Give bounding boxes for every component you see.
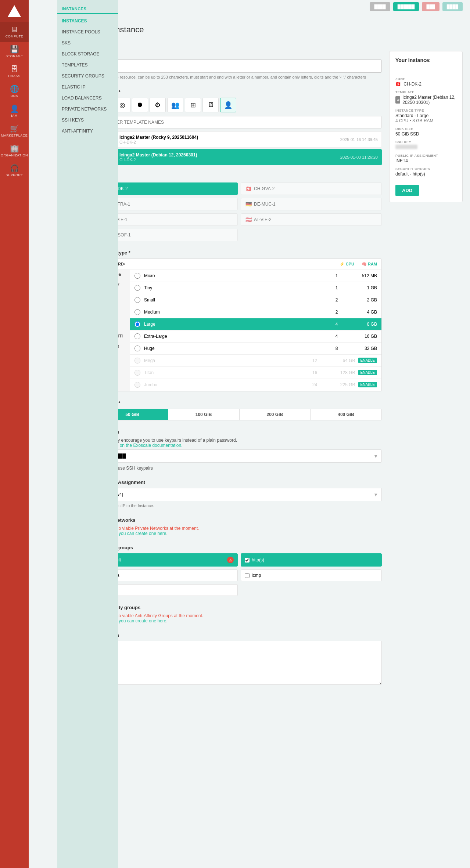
app-logo[interactable] [0, 0, 29, 22]
topbar-btn-2[interactable]: ██████ [393, 2, 419, 11]
instance-row-small[interactable]: Small 2 2 GB [130, 294, 381, 306]
no-keypairs-label[interactable]: Do not use SSH keypairs [97, 466, 382, 471]
sidebar-item-sks[interactable]: SKS [57, 37, 118, 48]
instance-table: ⚡ CPU 🧠 RAM Micro 1 512 MB Tiny 1 [130, 259, 381, 391]
enable-badge-mega[interactable]: ENABLE [358, 358, 377, 363]
sidebar-item-templates[interactable]: TEMPLATES [57, 59, 118, 70]
instance-radio-micro[interactable] [134, 273, 140, 279]
enable-badge-jumbo[interactable]: ENABLE [358, 382, 377, 387]
ic-zone-row: ZONE 🇨🇭 CH-DK-2 [395, 77, 456, 87]
instance-row-xl[interactable]: Extra-Large 4 16 GB [130, 330, 381, 343]
instance-name-tiny: Tiny [144, 285, 326, 290]
ic-pip-value: INET4 [395, 158, 456, 163]
instance-card: Your Instance: — ZONE 🇨🇭 CH-DK-2 TEMPLAT… [389, 51, 463, 202]
sidebar-item-block-storage[interactable]: BLOCK STORAGE [57, 48, 118, 59]
ic-type-value: Standard - Large [395, 113, 456, 118]
instance-radio-xl[interactable] [134, 333, 140, 339]
disk-200[interactable]: 200 GiB [240, 409, 311, 420]
ic-type-row: INSTANCE TYPE Standard - Large 4 CPU • 8… [395, 109, 456, 123]
instance-radio-tiny[interactable] [134, 285, 140, 291]
instance-row-micro[interactable]: Micro 1 512 MB [130, 270, 381, 282]
zone-ch-gva-2[interactable]: 🇨🇭 CH-GVA-2 [241, 182, 382, 195]
sidebar-item-storage[interactable]: 💾 STORAGE [0, 42, 29, 62]
instance-radio-small[interactable] [134, 297, 140, 303]
template-search-input[interactable] [97, 116, 382, 129]
sidebar-item-load-balancers[interactable]: LOAD BALANCERS [57, 93, 118, 104]
cpu-header: ⚡ CPU [340, 262, 354, 267]
sg-icmp-checkbox[interactable] [245, 573, 250, 578]
sidebar-item-instance-pools[interactable]: INSTANCE POOLS [57, 26, 118, 37]
template-icon-btn-2[interactable]: ⏺ [132, 98, 148, 112]
instance-row-large[interactable]: Large 4 8 GB [130, 318, 381, 330]
instance-ram-huge: 32 GB [348, 346, 377, 351]
dns-icon: 🌐 [10, 85, 19, 93]
instance-table-header: ⚡ CPU 🧠 RAM [130, 259, 381, 270]
topbar-btn-4[interactable]: ████ [442, 2, 463, 11]
sidebar-item-dns[interactable]: 🌐 DNS [0, 82, 29, 101]
instance-ram-titan: 128 GB [326, 370, 355, 375]
name-section: Name Name of the resource, can be up to … [97, 51, 382, 80]
sg-icmp[interactable]: icmp [241, 569, 382, 581]
instance-cpu-medium: 2 [326, 310, 348, 315]
instance-type-label: Instance type * [97, 250, 382, 256]
public-ip-select[interactable]: inet4 (IPv4) [97, 488, 382, 501]
template-icon-btn-4[interactable]: 👥 [167, 98, 183, 112]
name-input[interactable] [97, 59, 382, 73]
instance-radio-large[interactable] [134, 321, 140, 327]
sidebar-item-support[interactable]: 🎧 SUPPORT [0, 161, 29, 181]
instance-row-medium[interactable]: Medium 2 4 GB [130, 306, 381, 318]
topbar-btn-3[interactable]: ███ [422, 2, 439, 11]
ic-ssh-value [395, 145, 456, 150]
disk-100[interactable]: 100 GiB [168, 409, 240, 420]
anti-affinity-create-link[interactable]: you can create one here [119, 618, 166, 623]
sidebar-item-private-networks[interactable]: PRIVATE NETWORKS [57, 104, 118, 115]
name-hint: Name of the resource, can be up to 253 c… [97, 74, 382, 80]
template-row-1[interactable]: CH Icinga2 Master (Debian 12, 20250301) … [97, 149, 382, 165]
template-icon-btn-6[interactable]: 🖥 [202, 98, 219, 112]
sidebar-item-dbaas[interactable]: 🗄 DBAAS [0, 62, 29, 82]
instance-radio-jumbo [134, 382, 140, 388]
sidebar-item-anti-affinity[interactable]: ANTI-AFFINITY [57, 126, 118, 137]
sidebar-item-organization[interactable]: 🏢 ORGANIZATION [0, 141, 29, 161]
enable-badge-titan[interactable]: ENABLE [358, 370, 377, 375]
ic-template-value: Icinga2 Master (Debian 12, 20250 10301) [402, 95, 456, 105]
user-data-textarea[interactable] [97, 641, 382, 685]
instance-radio-medium[interactable] [134, 309, 140, 315]
sidebar-item-elastic-ip[interactable]: ELASTIC IP [57, 82, 118, 93]
zone-section: Zone 🇨🇭 CH-DK-2 🇨🇭 CH-GVA-2 🇩🇪 DE-FRA-1 [97, 174, 382, 241]
ssh-key-select[interactable]: ████████ [97, 449, 382, 463]
sidebar-item-marketplace[interactable]: 🛒 MARKETPLACE [0, 121, 29, 141]
sidebar-item-compute[interactable]: 🖥 COMPUTE [0, 22, 29, 42]
ic-disk-row: DISK SIZE 50 GiB SSD [395, 127, 456, 137]
template-icon-btn-3[interactable]: ⚙ [150, 98, 166, 112]
sidebar-item-security-groups[interactable]: SECURITY GROUPS [57, 70, 118, 82]
instance-row-jumbo[interactable]: Jumbo 24 225 GB ENABLE [130, 379, 381, 391]
instance-row-huge[interactable]: Huge 8 32 GB [130, 343, 381, 355]
sidebar-item-iam[interactable]: 👤 IAM [0, 101, 29, 121]
template-row-0[interactable]: CH Icinga2 Master (Rocky 9, 2025011604) … [97, 131, 382, 148]
disk-400[interactable]: 400 GiB [311, 409, 381, 420]
instance-row-mega[interactable]: Mega 12 64 GB ENABLE [130, 355, 381, 367]
sg-https-checkbox[interactable] [245, 558, 250, 563]
anti-affinity-error: You have no viable Anti-Affinity Groups … [97, 613, 382, 618]
instance-row-titan[interactable]: Titan 16 128 GB ENABLE [130, 367, 381, 379]
template-icon-btn-7[interactable]: 👤 [220, 98, 236, 112]
sidebar-item-instances[interactable]: INSTANCES [57, 15, 118, 26]
template-name-0: Icinga2 Master (Rocky 9, 2025011604) [119, 135, 337, 140]
zone-de-muc-1[interactable]: 🇩🇪 DE-MUC-1 [241, 198, 382, 210]
instance-name-small: Small [144, 297, 326, 303]
zone-at-vie-2[interactable]: 🇦🇹 AT-VIE-2 [241, 213, 382, 226]
instance-ram-micro: 512 MB [348, 273, 377, 278]
sidebar-item-ssh-keys[interactable]: SSH KEYS [57, 115, 118, 126]
private-networks-create-link[interactable]: you can create one here [119, 531, 166, 536]
sg-https[interactable]: http(s) [241, 553, 382, 567]
sg-icmp-label: icmp [252, 573, 261, 578]
instance-radio-huge[interactable] [134, 346, 140, 351]
topbar-btn-1[interactable]: ████ [370, 2, 390, 11]
instance-row-tiny[interactable]: Tiny 1 1 GB [130, 282, 381, 294]
add-instance-button[interactable]: ADD [395, 185, 419, 196]
sidebar-left: 🖥 COMPUTE 💾 STORAGE 🗄 DBAAS 🌐 DNS 👤 IAM … [0, 0, 29, 868]
logo-triangle [8, 5, 21, 17]
template-icon-btn-5[interactable]: ⊞ [185, 98, 201, 112]
instance-name-mega: Mega [144, 358, 304, 363]
